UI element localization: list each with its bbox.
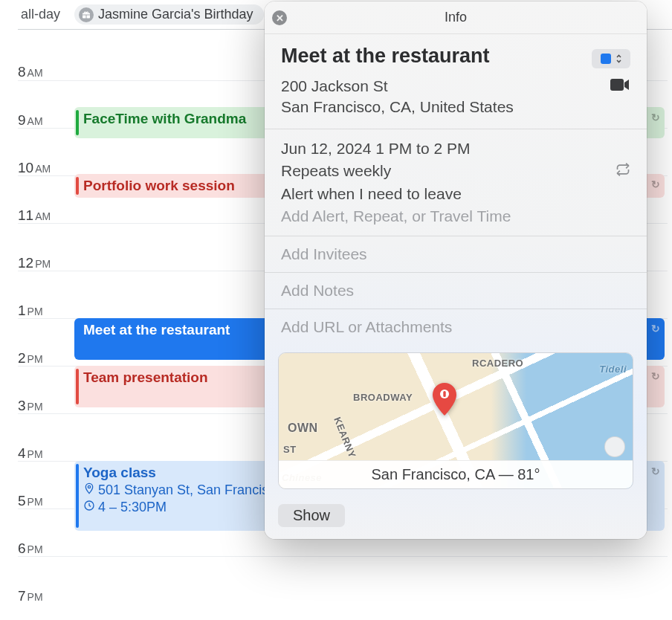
event-location-field[interactable]: 200 Jackson St San Francisco, CA, United… [281, 76, 514, 118]
event-title: Yoga class [83, 465, 156, 480]
repeat-icon: ↻ [651, 112, 660, 123]
event-location: 501 Stanyan St, San Francisco [98, 482, 282, 498]
svg-point-0 [88, 485, 90, 488]
event-title: FaceTime with Grandma [83, 111, 246, 126]
repeat-icon: ↻ [651, 465, 660, 477]
hour-label: 12PM [18, 224, 71, 271]
map-street-label: ST [283, 444, 297, 455]
calendar-color-picker[interactable] [592, 49, 630, 68]
repeat-icon: ↻ [651, 323, 660, 335]
event-alert[interactable]: Alert when I need to leave [281, 185, 462, 203]
event-name-field[interactable]: Meet at the restaurant [281, 45, 490, 68]
event-repeat[interactable]: Repeats weekly [281, 162, 391, 180]
map-label: Tideli [599, 364, 627, 375]
map-street-label: RCADERO [472, 358, 523, 369]
map-current-location-badge[interactable] [604, 436, 625, 457]
hour-label: 3PM [18, 366, 71, 413]
repeat-icon: ↻ [651, 178, 660, 190]
hour-label: 5PM [18, 462, 71, 508]
hour-label: 11AM [18, 176, 71, 223]
allday-event-title: Jasmine Garcia's Birthday [98, 7, 253, 22]
repeat-icon [616, 162, 630, 181]
repeat-icon: ↻ [651, 370, 660, 382]
hour-label: 10AM [18, 129, 71, 175]
hour-label: 2PM [18, 319, 71, 366]
gift-icon [79, 7, 94, 22]
add-notes-field[interactable]: Add Notes [281, 282, 630, 300]
allday-event-chip[interactable]: Jasmine Garcia's Birthday [74, 4, 264, 25]
map-street-label: BROADWAY [353, 392, 413, 403]
location-map[interactable]: BROADWAY KEARNY OWN ST RCADERO Tideli Ch… [278, 352, 633, 489]
map-street-label: OWN [288, 422, 318, 435]
event-time: 4 – 5:30PM [98, 500, 167, 515]
hour-label: 6PM [18, 509, 71, 556]
hour-label: 1PM [18, 271, 71, 318]
event-info-popover: ✕ Info Meet at the restaurant 200 Jackso… [265, 1, 647, 539]
chevron-updown-icon [616, 54, 622, 64]
add-alert-repeat-travel[interactable]: Add Alert, Repeat, or Travel Time [281, 207, 630, 225]
add-url-attachments-field[interactable]: Add URL or Attachments [281, 318, 630, 336]
clock-icon [83, 500, 95, 515]
allday-label: all-day [21, 7, 74, 22]
hour-label: 4PM [18, 414, 71, 461]
map-pin-icon [431, 383, 458, 419]
hour-label: 7PM [18, 557, 71, 604]
popover-title: Info [445, 10, 467, 25]
video-call-icon[interactable] [610, 77, 630, 97]
show-button[interactable]: Show [278, 504, 345, 527]
map-weather-text: San Francisco, CA — 81° [372, 466, 540, 483]
add-invitees-field[interactable]: Add Invitees [281, 245, 630, 263]
color-swatch-blue [601, 54, 611, 64]
hour-label: 9AM [18, 81, 71, 128]
hour-label: 8AM [18, 33, 71, 80]
event-title: Team presentation [83, 369, 208, 385]
svg-rect-2 [610, 79, 624, 91]
event-title: Portfolio work session [83, 178, 235, 193]
location-pin-icon [83, 482, 95, 498]
event-title: Meet at the restaurant [83, 322, 230, 338]
svg-rect-4 [443, 391, 445, 397]
event-datetime[interactable]: Jun 12, 2024 1 PM to 2 PM [281, 140, 470, 158]
close-button[interactable]: ✕ [272, 10, 287, 25]
